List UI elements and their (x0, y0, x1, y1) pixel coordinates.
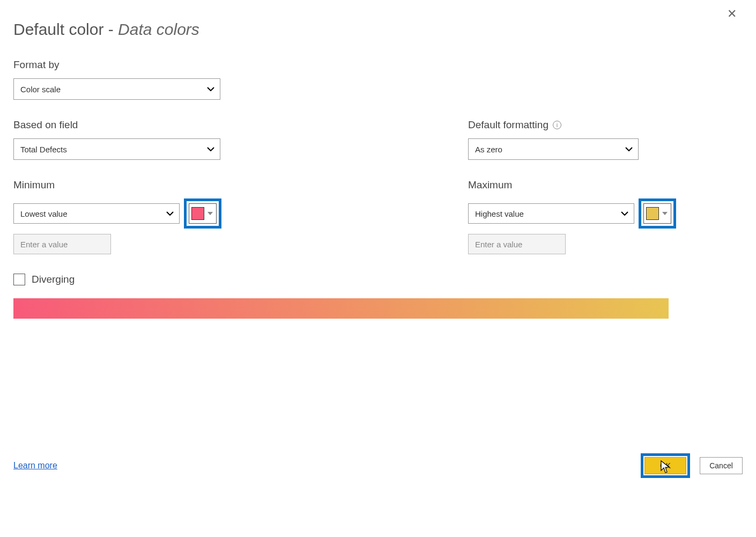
maximum-select[interactable]: Highest value (468, 203, 634, 224)
gradient-preview (13, 298, 669, 319)
minimum-color-swatch (191, 207, 204, 220)
maximum-color-picker[interactable] (643, 203, 671, 224)
min-max-row: Minimum Lowest value Maximum (13, 179, 743, 254)
diverging-row: Diverging (13, 274, 743, 285)
diverging-label: Diverging (32, 274, 75, 285)
dialog-footer: Learn more OK Cancel (13, 453, 743, 478)
ok-button[interactable]: OK (644, 457, 686, 474)
footer-buttons: OK Cancel (641, 453, 743, 478)
minimum-color-picker[interactable] (189, 203, 217, 224)
close-icon: ✕ (727, 7, 737, 20)
chevron-down-icon (207, 212, 213, 215)
diverging-checkbox[interactable] (13, 274, 25, 285)
minimum-label: Minimum (13, 179, 468, 191)
title-sub: Data colors (118, 20, 199, 38)
highlight-ok-button: OK (641, 453, 690, 478)
cancel-button[interactable]: Cancel (700, 457, 743, 474)
format-by-select[interactable]: Color scale (13, 78, 220, 100)
title-main: Default color - (13, 20, 118, 38)
info-icon[interactable]: i (553, 121, 561, 129)
learn-more-link[interactable]: Learn more (13, 461, 57, 470)
default-formatting-label: Default formatting i (468, 119, 639, 131)
based-on-field-label: Based on field (13, 119, 468, 131)
maximum-value-input[interactable] (468, 234, 566, 254)
dialog-title: Default color - Data colors (13, 20, 743, 39)
conditional-formatting-dialog: ✕ Default color - Data colors Format by … (0, 0, 756, 537)
based-on-field-select[interactable]: Total Defects (13, 138, 220, 160)
maximum-label: Maximum (468, 179, 676, 191)
minimum-select[interactable]: Lowest value (13, 203, 180, 224)
dialog-content: Default color - Data colors Format by Co… (0, 0, 756, 319)
default-formatting-select[interactable]: As zero (468, 138, 639, 160)
highlight-min-color (184, 198, 221, 229)
based-on-field-section: Based on field Total Defects (13, 119, 468, 160)
highlight-max-color (639, 198, 676, 229)
minimum-section: Minimum Lowest value (13, 179, 468, 254)
default-formatting-section: Default formatting i As zero (468, 119, 639, 160)
format-by-section: Format by Color scale (13, 59, 743, 100)
format-by-label: Format by (13, 59, 743, 71)
field-formatting-row: Based on field Total Defects Default for… (13, 119, 743, 160)
minimum-value-input[interactable] (13, 234, 111, 254)
close-button[interactable]: ✕ (724, 8, 740, 20)
chevron-down-icon (662, 212, 668, 215)
maximum-color-swatch (646, 207, 659, 220)
maximum-section: Maximum Highest value (468, 179, 676, 254)
